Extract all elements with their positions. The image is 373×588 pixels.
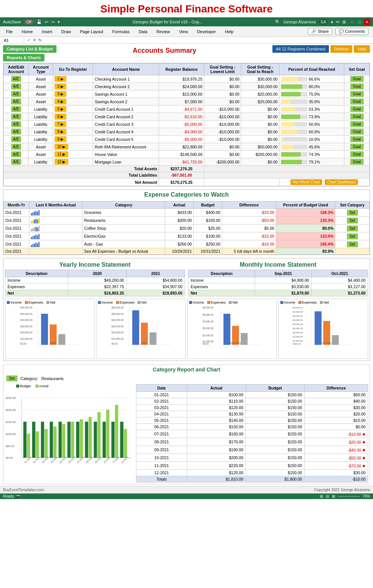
formula-check-icon[interactable]: ✓ — [27, 38, 31, 43]
all-registers-button[interactable]: All 12 Registers Combined — [272, 45, 329, 53]
expense-set-btn-0[interactable]: Set — [347, 210, 358, 215]
ae-btn[interactable]: A/E — [11, 129, 21, 134]
expense-set-btn-4[interactable]: Set — [347, 241, 358, 247]
register-btn-4[interactable]: 5 ▶ — [55, 106, 66, 112]
set-goal-cell[interactable]: Goal — [344, 143, 370, 151]
goal-btn-0[interactable]: Goal — [350, 76, 364, 82]
menu-page-layout[interactable]: Page Layout — [78, 29, 105, 35]
set-goal-cell[interactable]: Goal — [344, 75, 370, 83]
reports-charts-button[interactable]: Reports & Charts — [3, 54, 44, 61]
go-to-register[interactable]: 6 ▶ — [53, 113, 93, 121]
share-button[interactable]: 🔗 Share — [308, 28, 332, 35]
set-goal-cell[interactable]: Goal — [344, 83, 370, 90]
save-icon[interactable]: 💾 — [37, 20, 42, 24]
search-icon[interactable]: 🔍 — [275, 20, 280, 24]
net-worth-chart-button[interactable]: Net Worth Chart — [290, 179, 322, 185]
goal-btn-5[interactable]: Goal — [350, 114, 364, 119]
menu-data[interactable]: Data — [137, 29, 149, 35]
menu-draw[interactable]: Draw — [60, 29, 73, 35]
menu-help[interactable]: Help — [223, 29, 235, 35]
set-goal-cell[interactable]: Goal — [344, 151, 370, 158]
help-button[interactable]: Help — [354, 45, 370, 53]
goal-btn-11[interactable]: Goal — [350, 159, 364, 165]
goal-btn-1[interactable]: Goal — [350, 84, 364, 89]
goal-btn-8[interactable]: Goal — [350, 136, 364, 142]
register-btn-0[interactable]: 1 ▶ — [55, 76, 66, 82]
ae-btn[interactable]: A/E — [11, 114, 21, 119]
register-btn-8[interactable]: 9 ▶ — [55, 136, 66, 142]
menu-formulas[interactable]: Formulas — [111, 29, 131, 35]
register-btn-7[interactable]: 8 ▶ — [55, 129, 66, 134]
go-to-register[interactable]: 9 ▶ — [53, 136, 93, 143]
ae-btn[interactable]: A/E — [11, 159, 21, 165]
menu-review[interactable]: Review — [155, 29, 171, 35]
undo-icon[interactable]: ↩ — [45, 20, 48, 24]
menu-insert[interactable]: Insert — [40, 29, 54, 35]
grid-view-icon[interactable]: ⊞ — [320, 494, 323, 498]
cell-reference[interactable]: A1 — [2, 38, 24, 43]
pen-icon[interactable]: ✏ — [336, 20, 339, 24]
category-list-button[interactable]: Category List & Budget — [3, 45, 57, 53]
register-btn-6[interactable]: 7 ▶ — [55, 121, 66, 127]
ae-btn[interactable]: A/E — [11, 151, 21, 157]
ae-btn[interactable]: A/E — [11, 84, 21, 89]
register-btn-5[interactable]: 6 ▶ — [55, 114, 66, 119]
go-to-register[interactable]: 10 ▶ — [53, 143, 93, 151]
menu-developer[interactable]: Developer — [196, 29, 217, 35]
go-to-register[interactable]: 7 ▶ — [53, 121, 93, 128]
go-to-register[interactable]: 8 ▶ — [53, 128, 93, 136]
go-to-register[interactable]: 2 ▶ — [53, 83, 93, 90]
close-btn[interactable]: ✕ — [364, 19, 370, 25]
zoom-slider[interactable]: ──────── — [338, 494, 359, 498]
minimize-btn[interactable]: ─ — [349, 19, 355, 25]
set-goal-cell[interactable]: Goal — [344, 121, 370, 128]
set-goal-cell[interactable]: Goal — [344, 105, 370, 113]
exp-set[interactable]: Set — [335, 209, 370, 217]
set-goal-cell[interactable]: Goal — [344, 158, 370, 166]
go-to-register[interactable]: 12 ▶ — [53, 158, 93, 166]
set-goal-cell[interactable]: Goal — [344, 128, 370, 136]
exp-set[interactable] — [335, 248, 370, 255]
autosave-toggle[interactable]: Off — [24, 20, 34, 24]
expense-set-btn-2[interactable]: Set — [347, 226, 358, 231]
set-goal-cell[interactable]: Goal — [344, 113, 370, 121]
formula-x-icon[interactable]: ✕ — [33, 38, 36, 43]
menu-view[interactable]: View — [177, 29, 190, 35]
set-goal-cell[interactable]: Goal — [344, 90, 370, 98]
ae-btn[interactable]: A/E — [11, 144, 21, 150]
goal-btn-9[interactable]: Goal — [350, 144, 364, 150]
register-btn-1[interactable]: 2 ▶ — [55, 84, 66, 89]
goal-btn-4[interactable]: Goal — [350, 106, 364, 112]
grid-icon[interactable]: ⊞ — [342, 20, 346, 24]
redo-icon[interactable]: ↪ — [51, 20, 55, 24]
set-goal-cell[interactable]: Goal — [344, 98, 370, 105]
go-to-register[interactable]: 5 ▶ — [53, 105, 93, 113]
formula-fx-icon[interactable]: fx — [38, 38, 42, 43]
exp-set[interactable]: Set — [335, 225, 370, 232]
menu-home[interactable]: Home — [20, 29, 34, 35]
register-btn-10[interactable]: 11 ▶ — [55, 151, 68, 157]
comments-button[interactable]: 💬 Comments — [335, 28, 368, 35]
register-btn-11[interactable]: 12 ▶ — [55, 159, 68, 165]
register-btn-9[interactable]: 10 ▶ — [55, 144, 68, 150]
register-btn-2[interactable]: 3 ▶ — [55, 91, 66, 97]
status-icon[interactable]: 📷 — [16, 494, 21, 498]
exp-set[interactable]: Set — [335, 217, 370, 225]
preview-icon[interactable]: ⊠ — [332, 494, 335, 498]
ae-btn[interactable]: A/E — [11, 99, 21, 104]
exp-set[interactable]: Set — [335, 232, 370, 240]
category-set-button[interactable]: Set — [6, 376, 17, 381]
go-to-register[interactable]: 1 ▶ — [53, 75, 93, 83]
ae-btn[interactable]: A/E — [11, 136, 21, 142]
set-goal-cell[interactable]: Goal — [344, 136, 370, 143]
expense-set-btn-3[interactable]: Set — [347, 234, 358, 239]
go-to-register[interactable]: 11 ▶ — [53, 151, 93, 158]
ae-btn[interactable]: A/E — [11, 91, 21, 97]
go-to-register[interactable]: 4 ▶ — [53, 98, 93, 105]
ae-btn[interactable]: A/E — [11, 106, 21, 112]
goal-btn-10[interactable]: Goal — [350, 151, 364, 157]
ae-btn[interactable]: A/E — [11, 121, 21, 127]
goal-btn-7[interactable]: Goal — [350, 129, 364, 134]
goal-btn-3[interactable]: Goal — [350, 99, 364, 104]
chart-dashboard-button[interactable]: Chart Dashboard — [325, 179, 358, 185]
